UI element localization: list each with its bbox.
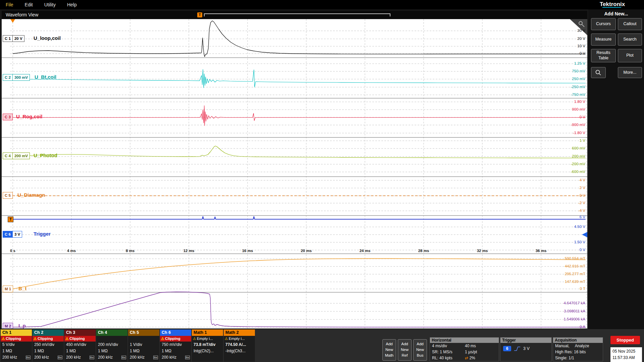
results-table-button[interactable]: Results Table <box>591 49 616 62</box>
badge-row-text: 200 kHzBw <box>33 354 64 361</box>
footer-badge-tab: Ch 4 <box>96 329 127 336</box>
horizontal-row: SR: 1 MS/s1 µs/pt <box>430 349 499 355</box>
ch4-trace <box>13 146 586 158</box>
add-new-math-button[interactable]: AddNewMath <box>382 339 396 361</box>
scale-label: 4 V <box>580 178 585 182</box>
waveform-canvas <box>2 19 587 328</box>
bandwidth-limit-icon: Bw <box>185 356 190 359</box>
horizontal-panel[interactable]: Horizontal 4 ms/div40 msSR: 1 MS/s1 µs/p… <box>430 337 499 361</box>
time-axis-label: 4 ms <box>64 249 79 253</box>
badge-row-text: Intg(Ch2)... <box>192 348 223 354</box>
badge-row-text: 1 MΩ <box>33 348 64 354</box>
footer-badge-ch3[interactable]: Ch 3⚠Clipping450 mV/div1 MΩ200 kHzBw <box>64 329 96 362</box>
zoom-corner-handle[interactable] <box>570 19 587 35</box>
badge-alert <box>96 336 127 342</box>
channel-badge-segment: M 2 <box>3 323 13 328</box>
channel-badge[interactable]: C 2300 mV <box>3 74 30 81</box>
scale-label: 0 V <box>580 248 585 252</box>
scale-label: 1.25 V <box>574 61 585 65</box>
scale-label: -250 mV <box>571 85 585 89</box>
scale-label: 0 V <box>580 193 585 197</box>
footer-badge-math1[interactable]: Math 1⚠Empty i...73.8 mT/divIntg(Ch2)... <box>192 329 223 362</box>
footer-badge-tab: Ch 3 <box>64 329 96 336</box>
trigger-level-marker[interactable] <box>582 232 587 237</box>
badge-row-text: 73.8 mT/div <box>192 342 223 348</box>
channel-badge[interactable]: C 3 <box>3 114 13 120</box>
time-axis-label: 16 ms <box>240 249 255 253</box>
channel-badge[interactable]: M 1 <box>3 286 13 292</box>
menu-file[interactable]: File <box>0 0 19 9</box>
footer-badge-math2[interactable]: Math 2⚠Empty i...774.50 A/...-Intg(Ch3..… <box>224 329 255 362</box>
badge-row-text: 750 mV/div <box>160 342 191 348</box>
time-axis-label: 28 ms <box>416 249 431 253</box>
search-button[interactable]: Search <box>618 34 642 46</box>
menu-utility[interactable]: Utility <box>39 0 61 9</box>
footer-badge-ch1[interactable]: Ch 1⚠Clipping5 V/div1 MΩ200 kHzBw <box>1 329 32 362</box>
trigger-panel[interactable]: Trigger 6 3 V <box>500 337 552 361</box>
channel-badge[interactable]: C 63 V <box>3 231 22 238</box>
trigger-source-badge[interactable]: T <box>8 217 13 222</box>
badge-row-text: 250 mV/div <box>33 342 64 348</box>
channel-badge-segment: C 1 <box>3 35 13 42</box>
footer-badge-ch2[interactable]: Ch 2⚠Clipping250 mV/div1 MΩ200 kHzBw <box>33 329 64 362</box>
measure-button[interactable]: Measure <box>591 34 616 46</box>
channel-badge[interactable]: M 2 <box>3 323 13 328</box>
add-new-bus-button[interactable]: AddNewBus <box>413 339 427 361</box>
footer-badge-tab: Math 1 <box>192 329 223 336</box>
trigger-level-value: 3 V <box>523 346 530 351</box>
time-axis-label: 24 ms <box>358 249 372 253</box>
badge-row-text: 200 kHzBw <box>128 354 159 361</box>
channel-badge-segment: C 4 <box>3 153 13 159</box>
callout-button[interactable]: Callout <box>618 18 642 30</box>
channel-badge-segment: C 5 <box>3 192 13 199</box>
badge-row-text: 200 kHzBw <box>64 354 96 361</box>
channel-name: U_Bt,coil <box>35 74 56 80</box>
time-axis-label: 12 ms <box>181 249 196 253</box>
footer-badge-ch4[interactable]: Ch 4200 mV/div1 MΩ200 kHzBw <box>96 329 127 362</box>
scale-label: 590.554 mT <box>565 256 585 260</box>
badge-alert: ⚠Clipping <box>64 336 96 342</box>
channel-badge[interactable]: C 5 <box>3 192 13 199</box>
scale-label: 1.549006 kA <box>564 317 585 321</box>
acquisition-panel[interactable]: Acquisition Manual,AnalyzeHigh Res: 16 b… <box>553 337 603 361</box>
tektronix-logo: Tektronix <box>600 1 625 8</box>
trigger-panel-title: Trigger <box>500 338 551 343</box>
rising-edge-icon <box>514 346 521 351</box>
channel-name: U_Diamagn <box>17 192 45 198</box>
time-text: 11:57:33 AM <box>612 355 642 361</box>
waveform-plot[interactable]: T 30 V20 V10 V0 V1.25 V750 mV250 mV-250 … <box>2 19 587 328</box>
badge-alert: ⚠Clipping <box>160 336 191 342</box>
acquisition-panel-title: Acquisition <box>553 338 603 343</box>
horizontal-position-icon[interactable]: T <box>197 12 202 17</box>
scale-label: 10 V <box>577 44 585 48</box>
bandwidth-limit-icon: Bw <box>58 356 62 359</box>
channel-name: I_p <box>18 323 26 328</box>
menu-edit[interactable]: Edit <box>19 0 39 9</box>
plot-button[interactable]: Plot <box>618 49 642 62</box>
footer-badge-ch5[interactable]: Ch 51 V/div1 MΩ200 kHzBw <box>128 329 159 362</box>
badge-alert: ⚠Clipping <box>1 336 32 342</box>
trigger-position-marker[interactable] <box>10 19 15 23</box>
run-stop-status[interactable]: Stopped <box>610 336 640 344</box>
scale-label: 0 A <box>580 325 585 328</box>
acquisition-row: High Res: 16 bits <box>553 349 603 355</box>
menu-help[interactable]: Help <box>61 0 83 9</box>
scale-label: 0 V <box>580 51 585 55</box>
bandwidth-limit-icon: Bw <box>26 356 31 359</box>
scale-label: 4.647017 kA <box>564 301 585 305</box>
badge-row-text: 1 MΩ <box>64 348 96 354</box>
zoom-options-button[interactable] <box>591 67 606 78</box>
add-new-ref-button[interactable]: AddNewRef <box>398 339 412 361</box>
scale-label: 6 V <box>580 215 585 219</box>
cursors-button[interactable]: Cursors <box>591 18 616 30</box>
scale-label: -200 mV <box>571 162 585 166</box>
horizontal-row: 4 ms/div40 ms <box>430 343 499 349</box>
channel-badge[interactable]: C 4200 mV <box>3 153 30 159</box>
channel-badge[interactable]: C 120 V <box>3 35 24 42</box>
scale-label: 0 T <box>580 287 585 291</box>
more-button[interactable]: More... <box>618 67 642 78</box>
right-sidebar: Add New... Cursors Callout Measure Searc… <box>588 9 644 329</box>
channel-badge-segment: M 1 <box>3 286 13 292</box>
acquisition-window-bracket[interactable] <box>204 13 390 16</box>
footer-badge-ch6[interactable]: Ch 6⚠Clipping750 mV/div1 MΩ200 kHzBw <box>160 329 191 362</box>
